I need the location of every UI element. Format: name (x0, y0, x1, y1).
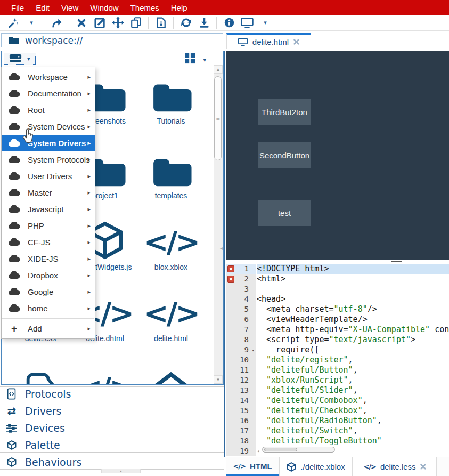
menu-item-add[interactable]: +Add▸ (2, 320, 95, 337)
info-icon[interactable] (223, 17, 235, 29)
breadcrumb[interactable]: workspace:// (1, 33, 223, 47)
code-line-6[interactable]: <viewHeaderTemplate/> (257, 314, 449, 325)
panel-divider[interactable] (224, 51, 225, 457)
accordion-behaviours[interactable]: Behaviours (0, 455, 224, 470)
chevron-down-icon[interactable]: ▾ (259, 17, 272, 29)
hscroll-track[interactable] (262, 447, 335, 453)
menu-item-system-protocols[interactable]: System Protocols▸ (2, 151, 95, 168)
file-item-delite.html[interactable]: </>delite.html (131, 293, 211, 343)
panel-collapse-handle[interactable]: ▲ (101, 469, 141, 473)
tab--delite-xblox[interactable]: ./delite.xblox (279, 457, 353, 476)
code-line-14[interactable]: "deliteful/Combobox", (257, 396, 449, 406)
menu-item-label: CF-JS (28, 238, 51, 247)
document-icon[interactable] (154, 17, 167, 29)
code-line-18[interactable]: "deliteful/ToggleButton" (257, 436, 449, 446)
grid-view-icon[interactable] (185, 53, 195, 66)
close-icon[interactable] (75, 17, 88, 29)
menu-item-xide-js[interactable]: XIDE-JS▸ (2, 251, 95, 267)
splitter-handle[interactable] (391, 261, 402, 262)
gutter-line-10: 10 (226, 355, 256, 365)
code-line-13[interactable]: "deliteful/Slider", (257, 385, 449, 396)
code-line-7[interactable]: <meta http-equiv="X-UA-Compatible" con (257, 325, 449, 335)
menu-view[interactable]: View (55, 3, 84, 12)
accordion-palette[interactable]: Palette (0, 438, 224, 453)
chevron-down-icon[interactable]: ▾ (25, 17, 38, 29)
copy-icon[interactable] (129, 17, 142, 29)
preview-button-test[interactable]: test (258, 200, 311, 226)
display-icon[interactable] (241, 17, 254, 29)
move-icon[interactable] (111, 17, 124, 29)
preview-button-thirdbut2ton[interactable]: ThirdBut2ton (258, 99, 311, 125)
menu-help[interactable]: Help (165, 3, 193, 12)
accordion-drivers[interactable]: ⇄Drivers (0, 404, 224, 418)
menu-item-cf-js[interactable]: CF-JS▸ (2, 234, 95, 251)
menu-item-home[interactable]: home▸ (2, 300, 95, 317)
code-line-17[interactable]: "deliteful/Switch", (257, 426, 449, 436)
hscroll-left-icon[interactable]: ◂ (257, 448, 259, 454)
gutter-line-2: 2✕ (226, 274, 256, 284)
code-line-5[interactable]: <meta charset="utf-8"/> (257, 304, 449, 314)
menu-edit[interactable]: Edit (30, 3, 55, 12)
code-line-8[interactable]: <script type="text/javascript"> (257, 335, 449, 345)
tab-html[interactable]: </>HTML (226, 457, 279, 476)
close-icon[interactable] (293, 39, 299, 45)
redo-icon[interactable] (50, 17, 63, 29)
submenu-arrow-icon: ▸ (87, 325, 91, 332)
code-editor[interactable]: 1✕2✕3456789▾10111213141516171819 <!DOCTY… (226, 264, 449, 456)
menu-item-master[interactable]: Master▸ (2, 184, 95, 201)
menu-item-workspace[interactable]: Workspace▸ (2, 69, 95, 85)
menu-themes[interactable]: Themes (125, 3, 165, 12)
menu-item-system-devices[interactable]: System Devices▸ (2, 118, 95, 135)
scrollbar-vertical[interactable]: ▲ ☰ ▼ (214, 65, 223, 384)
code-line-9[interactable]: require([ (257, 345, 449, 355)
menu-window[interactable]: Window (84, 3, 124, 12)
menu-item-javascript[interactable]: Javascript▸ (2, 201, 95, 217)
tab-delite-html[interactable]: delite.html (226, 33, 311, 49)
menu-item-google[interactable]: Google▸ (2, 284, 95, 300)
drive-selector-button[interactable]: ▾ (4, 53, 36, 65)
preview-button-secondbutton[interactable]: SecondButton (258, 142, 311, 168)
accordion-devices[interactable]: Devices (0, 421, 224, 435)
code-line-10[interactable]: "delite/register", (257, 355, 449, 365)
menu-item-root[interactable]: Root▸ (2, 102, 95, 118)
code-line-2[interactable]: <html> (257, 274, 449, 284)
accordion-protocols[interactable]: Protocols (0, 386, 224, 401)
fold-toggle-icon[interactable]: ▾ (252, 345, 255, 356)
code-line-12[interactable]: "xblox/RunScript", (257, 375, 449, 385)
scroll-down-button[interactable]: ▼ (214, 375, 223, 384)
tab-delite-less[interactable]: </>delite.less (353, 457, 437, 476)
menu-item-label: Dropbox (28, 271, 58, 280)
chevron-down-icon[interactable]: ▾ (203, 57, 206, 63)
wand-icon[interactable] (7, 17, 20, 29)
editor-code-area[interactable]: <!DOCTYPE html><html><head> <meta charse… (257, 264, 449, 456)
file-item-Tutorials[interactable]: Tutorials (131, 75, 211, 125)
code-line-11[interactable]: "deliteful/Button", (257, 365, 449, 375)
menu-item-user-drivers[interactable]: User Drivers▸ (2, 168, 95, 184)
code-line-4[interactable]: <head> (257, 294, 449, 304)
collapse-left-icon[interactable]: ◂ (220, 245, 223, 251)
hscroll-thumb[interactable] (264, 448, 297, 451)
file-item-templates[interactable]: templates (131, 150, 211, 200)
file-item[interactable] (131, 367, 211, 385)
code-line-15[interactable]: "deliteful/Checkbox", (257, 406, 449, 416)
submenu-arrow-icon: ▸ (87, 206, 91, 213)
menu-file[interactable]: File (5, 3, 30, 12)
code-line-1[interactable]: <!DOCTYPE html> (257, 264, 449, 274)
accordion-label: Palette (25, 439, 60, 451)
menu-item-php[interactable]: PHP▸ (2, 217, 95, 234)
menu-item-system-drivers[interactable]: System Drivers▸ (2, 135, 95, 151)
cloud-icon (9, 90, 20, 98)
file-item-blox.xblox[interactable]: </>blox.xblox (131, 221, 211, 271)
refresh-icon[interactable] (179, 17, 192, 29)
scrollbar-thumb[interactable]: ☰ (214, 76, 222, 160)
gutter-line-17: 17 (226, 426, 256, 436)
code-line-16[interactable]: "deliteful/RadioButton", (257, 416, 449, 426)
menu-item-documentation[interactable]: Documentation▸ (2, 85, 95, 102)
code-line-3[interactable] (257, 284, 449, 294)
gutter-line-5: 5 (226, 304, 256, 314)
download-icon[interactable] (198, 17, 210, 29)
edit-icon[interactable] (93, 17, 106, 29)
close-icon[interactable] (420, 464, 426, 470)
scroll-up-button[interactable]: ▲ (214, 65, 223, 74)
menu-item-dropbox[interactable]: Dropbox▸ (2, 267, 95, 284)
